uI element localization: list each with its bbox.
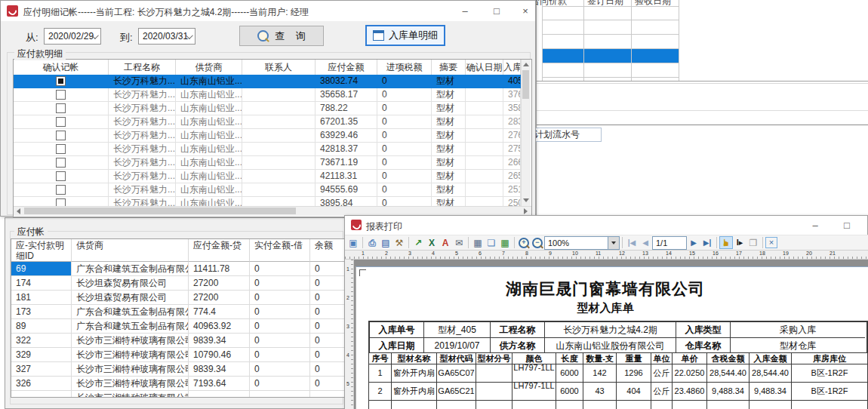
tax-cell[interactable]: 0	[377, 75, 432, 88]
receipt-cell[interactable]: 405	[503, 75, 521, 88]
detail-id-cell[interactable]: 173	[11, 305, 72, 319]
summary-cell[interactable]: 型材	[432, 75, 466, 88]
checkbox[interactable]	[56, 117, 66, 127]
page-number-field[interactable]: 1/1	[652, 236, 687, 250]
horizontal-scroll-thumb[interactable]	[24, 208, 296, 214]
prev-page-button[interactable]: ◀	[639, 236, 652, 249]
column-header[interactable]: 确认记帐	[14, 60, 109, 75]
detail-id-cell[interactable]: 327	[11, 362, 72, 377]
project-cell[interactable]: 长沙万科魅力...	[109, 156, 176, 170]
supplier-cell[interactable]: 山东南山铝业...	[176, 102, 242, 115]
receipt-cell[interactable]: 265	[503, 170, 521, 183]
confirm-cell[interactable]	[14, 183, 109, 197]
maximize-button[interactable]: □	[836, 217, 858, 234]
minimize-button[interactable]: –	[454, 3, 476, 20]
table-row[interactable]: 69广东合和建筑五金制品有限公司11411.7800	[11, 262, 346, 276]
detail-id-cell[interactable]: 69	[11, 262, 72, 276]
balance-cell[interactable]: 0	[310, 291, 346, 305]
column-header[interactable]: 实付金额-借	[250, 239, 310, 262]
confirm-cell[interactable]	[14, 129, 109, 143]
preview-window-icon[interactable]: ▣	[346, 236, 360, 249]
summary-cell[interactable]: 型材	[432, 156, 466, 170]
bg-table-row[interactable]	[542, 20, 679, 35]
bg-table-row[interactable]	[542, 49, 679, 63]
confirm-date-cell[interactable]	[466, 183, 503, 197]
page-icon[interactable]: ❏	[485, 236, 498, 249]
column-header[interactable]: 应-实付款明细ID	[11, 239, 72, 262]
debit-amount-cell[interactable]: 0	[250, 377, 310, 391]
summary-cell[interactable]: 型材	[432, 102, 466, 115]
summary-cell[interactable]: 型材	[432, 197, 466, 206]
supplier-cell[interactable]: 长沙市三湘特种玻璃有限公司	[72, 334, 189, 348]
confirm-cell[interactable]	[14, 197, 109, 206]
debit-amount-cell[interactable]: 0	[250, 305, 310, 319]
contact-cell[interactable]	[242, 156, 315, 170]
checkbox-checked[interactable]	[56, 76, 66, 86]
last-page-button[interactable]: ▶|	[700, 236, 714, 249]
table-row[interactable]: 长沙万科魅力...山东南山铝业...788.220型材358	[14, 102, 521, 115]
table-row[interactable]: 327长沙市三湘特种玻璃有限公司9839.3400	[11, 362, 346, 377]
tax-cell[interactable]: 0	[377, 129, 432, 143]
balance-cell[interactable]: 0	[310, 319, 346, 334]
vertical-scrollbar[interactable]	[521, 60, 531, 206]
balance-cell[interactable]: 0	[310, 276, 346, 291]
contact-cell[interactable]	[242, 197, 315, 206]
contact-cell[interactable]	[242, 115, 315, 129]
table-row[interactable]: 长沙市三湘特种玻璃有限公司	[11, 391, 346, 397]
supplier-cell[interactable]: 山东南山铝业...	[176, 129, 242, 143]
balance-cell[interactable]: 0	[310, 305, 346, 319]
contact-cell[interactable]	[242, 170, 315, 183]
win3-titlebar[interactable]: 报表打印 – □ ×	[345, 216, 867, 235]
excel-icon[interactable]: X	[425, 236, 439, 249]
checkbox[interactable]	[56, 158, 66, 168]
column-header[interactable]: 工程名称	[109, 60, 176, 75]
summary-cell[interactable]: 型材	[432, 170, 466, 183]
supplier-cell[interactable]: 长沙市三湘特种玻璃有限公司	[72, 348, 189, 362]
debit-amount-cell[interactable]	[250, 391, 310, 397]
credit-amount-cell[interactable]: 7193.64	[189, 377, 250, 391]
supplier-cell[interactable]: 长沙市三湘特种玻璃有限公司	[72, 391, 189, 397]
summary-cell[interactable]: 型材	[432, 183, 466, 197]
confirm-cell[interactable]	[14, 170, 109, 183]
save-icon[interactable]: ▦	[471, 236, 485, 249]
receipt-detail-button[interactable]: 入库单明细	[365, 25, 445, 46]
confirm-date-cell[interactable]	[466, 129, 503, 143]
text-select-tool-icon[interactable]: I▸	[733, 236, 746, 249]
credit-amount-cell[interactable]: 9839.34	[189, 362, 250, 377]
balance-cell[interactable]: 0	[310, 377, 346, 391]
amount-cell[interactable]: 35658.17	[315, 88, 377, 102]
table-row[interactable]: 长沙万科魅力...山东南山铝业...73671.190型材266	[14, 156, 521, 170]
column-header[interactable]: 应付金额-贷	[189, 239, 250, 262]
detail-id-cell[interactable]: 322	[11, 334, 72, 348]
table-row[interactable]: 322长沙市三湘特种玻璃有限公司9839.3400	[11, 334, 346, 348]
export-icon[interactable]: ↗	[411, 236, 425, 249]
debit-amount-cell[interactable]: 0	[250, 334, 310, 348]
detail-id-cell[interactable]: 329	[11, 348, 72, 362]
scroll-right-icon[interactable]	[524, 208, 528, 214]
detail-id-cell[interactable]: 326	[11, 377, 72, 391]
confirm-date-cell[interactable]	[466, 156, 503, 170]
first-page-button[interactable]: |◀	[625, 236, 639, 249]
amount-cell[interactable]: 67201.35	[315, 115, 377, 129]
hand-tool-icon[interactable]: ☛	[719, 236, 733, 249]
tax-cell[interactable]: 0	[377, 115, 432, 129]
preview-area[interactable]: 123456 湖南巨晟门窗幕墙有限公司 型材入库单 入库单号型材_405工程名称…	[345, 260, 868, 409]
credit-amount-cell[interactable]: 10790.46	[189, 348, 250, 362]
settings-icon[interactable]: ⚒	[392, 236, 406, 249]
credit-amount-cell[interactable]: 9839.34	[189, 334, 250, 348]
mail-icon[interactable]: ✉	[452, 236, 466, 249]
supplier-cell[interactable]: 长沙坦森贸易有限公司	[72, 276, 189, 291]
debit-amount-cell[interactable]: 0	[250, 348, 310, 362]
checkbox[interactable]	[56, 171, 66, 181]
confirm-cell[interactable]	[14, 102, 109, 115]
project-cell[interactable]: 长沙万科魅力...	[109, 143, 176, 156]
minimize-button[interactable]: –	[804, 217, 826, 234]
scroll-up-icon[interactable]	[523, 63, 529, 66]
debit-amount-cell[interactable]: 0	[250, 362, 310, 377]
amount-cell[interactable]: 42118.31	[315, 170, 377, 183]
amount-cell[interactable]: 73671.19	[315, 156, 377, 170]
balance-cell[interactable]: 0	[310, 334, 346, 348]
project-cell[interactable]: 长沙万科魅力...	[109, 197, 176, 206]
checkbox[interactable]	[56, 198, 66, 206]
supplier-cell[interactable]: 广东合和建筑五金制品有限公司	[72, 319, 189, 334]
